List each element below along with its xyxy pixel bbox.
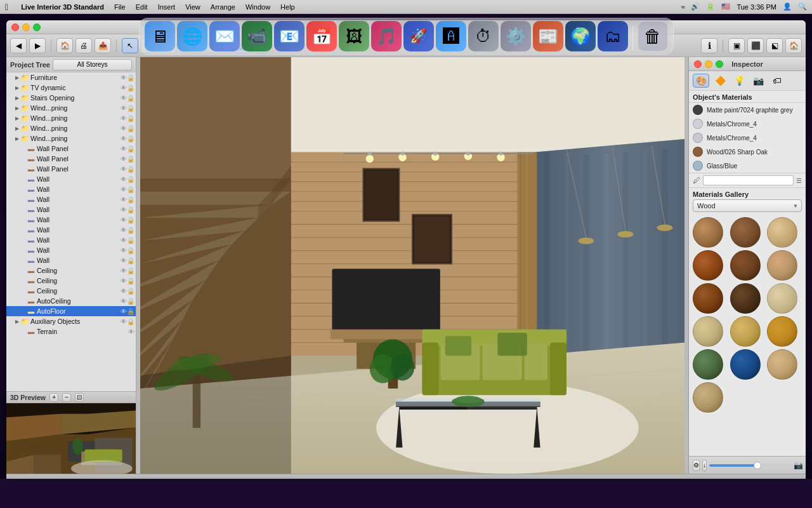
file-menu[interactable]: File [114, 3, 126, 11]
visibility-icon-autoceiling[interactable]: 👁 [121, 298, 127, 305]
lock-icon-stairs[interactable]: 🔒 [127, 95, 134, 102]
battery-icon[interactable]: 🔋 [706, 3, 715, 11]
swatch-7[interactable] [693, 283, 723, 314]
lock-icon-window4[interactable]: 🔒 [127, 135, 134, 142]
lock-icon-ceiling1[interactable]: 🔒 [127, 267, 134, 274]
wifi-icon[interactable]: ≈ [681, 3, 684, 11]
tree-item-wall4[interactable]: ▶ ▬ Wall 👁 🔒 [6, 204, 136, 215]
dock-safari[interactable]: 🌐 [177, 21, 207, 51]
settings-button[interactable]: ⚙ [693, 460, 700, 471]
tree-item-wallpanel3[interactable]: ▶ ▬ Wall Panel 👁 🔒 [6, 164, 136, 174]
visibility-icon-wall1[interactable]: 👁 [121, 176, 127, 183]
visibility-icon-window1[interactable]: 👁 [121, 105, 127, 112]
lock-icon-wall6[interactable]: 🔒 [127, 227, 134, 234]
tree-item-tv[interactable]: ▶ 📁 TV dynamic 👁 🔒 [6, 83, 136, 93]
visibility-icon-window4[interactable]: 👁 [121, 135, 127, 142]
dock-network[interactable]: 🌍 [565, 21, 596, 51]
visibility-icon-wall7[interactable]: 👁 [121, 237, 127, 244]
dock-mail[interactable]: ✉️ [209, 21, 240, 51]
visibility-icon-ceiling3[interactable]: 👁 [121, 288, 127, 295]
lock-icon-wallpanel2[interactable]: 🔒 [127, 156, 134, 163]
visibility-icon-terrain[interactable]: 👁 [128, 328, 134, 335]
visibility-icon-wall6[interactable]: 👁 [121, 227, 127, 234]
visibility-icon-ceiling1[interactable]: 👁 [121, 267, 127, 274]
material-row-5[interactable]: Glass/Blue [689, 159, 806, 173]
eyedropper-icon[interactable]: 🖊 [693, 176, 700, 185]
lock-icon-autofloor[interactable]: 🔒 [127, 308, 134, 315]
tree-item-ceiling1[interactable]: ▶ ▬ Ceiling 👁 🔒 [6, 265, 136, 276]
tree-item-furniture[interactable]: ▶ 📁 Furniture 👁 🔒 [6, 72, 136, 83]
tree-item-autoceiling[interactable]: ▶ ▬ AutoCeiling 👁 🔒 [6, 296, 136, 306]
material-row-2[interactable]: Metals/Chrome_4 [689, 117, 806, 131]
swatches-container[interactable] [689, 215, 806, 456]
swatch-4[interactable] [693, 250, 723, 281]
apple-menu-button[interactable]:  [5, 2, 8, 12]
tree-container[interactable]: ▶ 📁 Furniture 👁 🔒 ▶ 📁 TV dynamic 👁 🔒 [6, 72, 136, 391]
3d-viewport[interactable] [140, 57, 684, 474]
zoom-in-button[interactable]: + [49, 393, 58, 402]
dock-launchpad[interactable]: 🚀 [403, 21, 434, 51]
tree-item-window1[interactable]: ▶ 📁 Wind...pning 👁 🔒 [6, 103, 136, 113]
swatch-11[interactable] [730, 316, 761, 347]
volume-icon[interactable]: 🔊 [691, 3, 700, 11]
material-row-4[interactable]: Wood/026 Sharp Oak [689, 145, 806, 159]
dock-timemachine[interactable]: ⏱ [468, 21, 499, 51]
visibility-icon-wall3[interactable]: 👁 [121, 196, 127, 203]
dock-finder[interactable]: 🖥 [145, 21, 175, 51]
import-button[interactable]: ↓ [702, 460, 707, 471]
lock-icon-window1[interactable]: 🔒 [127, 105, 134, 112]
tree-item-stairs[interactable]: ▶ 📁 Stairs Opening 👁 🔒 [6, 93, 136, 103]
dock-sysprefs[interactable]: ⚙️ [501, 21, 531, 51]
help-menu[interactable]: Help [280, 3, 295, 11]
user-icon[interactable]: 👤 [783, 3, 792, 11]
tree-item-wall1[interactable]: ▶ ▬ Wall 👁 🔒 [6, 174, 136, 184]
visibility-icon-auxiliary[interactable]: 👁 [121, 318, 127, 325]
tree-item-wall3[interactable]: ▶ ▬ Wall 👁 🔒 [6, 194, 136, 204]
window-menu[interactable]: Window [246, 3, 270, 11]
arrange-menu[interactable]: Arrange [211, 3, 235, 11]
visibility-icon-wall8[interactable]: 👁 [121, 247, 127, 254]
swatch-8[interactable] [730, 283, 761, 314]
opacity-slider[interactable] [709, 464, 791, 467]
lock-icon-furniture[interactable]: 🔒 [127, 74, 134, 81]
inspector-tab-object[interactable]: 🔶 [712, 74, 728, 88]
swatch-2[interactable] [730, 217, 761, 248]
spotlight-icon[interactable]: 🔍 [798, 3, 807, 11]
tree-item-wall5[interactable]: ▶ ▬ Wall 👁 🔒 [6, 215, 136, 225]
lock-icon-window2[interactable]: 🔒 [127, 115, 134, 122]
lock-icon-tv[interactable]: 🔒 [127, 84, 134, 91]
zoom-out-button[interactable]: − [62, 393, 71, 402]
tree-item-autofloor[interactable]: ▶ ▬ AutoFloor 👁 🔒 [6, 306, 136, 316]
tree-item-window4[interactable]: ▶ 📁 Wind...pning 👁 🔒 [6, 133, 136, 144]
tree-item-terrain[interactable]: ▶ ▬ Terrain 👁 [6, 326, 136, 337]
inspector-tab-tag[interactable]: 🏷 [769, 74, 785, 88]
preview-image[interactable] [6, 403, 136, 474]
tree-item-wallpanel2[interactable]: ▶ ▬ Wall Panel 👁 🔒 [6, 154, 136, 164]
insert-menu[interactable]: Insert [158, 3, 176, 11]
lock-icon-wallpanel1[interactable]: 🔒 [127, 145, 134, 152]
swatch-1[interactable] [693, 217, 723, 248]
dock-trash[interactable]: 🗑 [638, 21, 668, 51]
visibility-icon-wall5[interactable]: 👁 [121, 217, 127, 224]
inspector-tab-materials[interactable]: 🎨 [693, 74, 709, 88]
lock-icon-wall9[interactable]: 🔒 [127, 257, 134, 264]
tree-item-wall6[interactable]: ▶ ▬ Wall 👁 🔒 [6, 225, 136, 235]
swatch-14[interactable] [730, 349, 761, 380]
swatch-5[interactable] [730, 250, 761, 281]
lock-icon-auxiliary[interactable]: 🔒 [127, 318, 134, 325]
swatch-12[interactable] [767, 316, 797, 347]
dock-news[interactable]: 📰 [533, 21, 563, 51]
swatch-9[interactable] [767, 283, 797, 314]
visibility-icon-tv[interactable]: 👁 [121, 84, 127, 91]
visibility-icon-stairs[interactable]: 👁 [121, 95, 127, 102]
swatch-13[interactable] [693, 349, 723, 380]
tree-item-wall7[interactable]: ▶ ▬ Wall 👁 🔒 [6, 235, 136, 245]
visibility-icon-ceiling2[interactable]: 👁 [121, 277, 127, 284]
visibility-icon-wall4[interactable]: 👁 [121, 206, 127, 213]
inspector-maximize-button[interactable] [716, 60, 723, 68]
zoom-fit-button[interactable]: ⊡ [75, 393, 84, 402]
visibility-icon-wallpanel3[interactable]: 👁 [121, 166, 127, 173]
view-menu[interactable]: View [185, 3, 200, 11]
material-menu-icon[interactable]: ☰ [796, 177, 802, 184]
tree-item-wall8[interactable]: ▶ ▬ Wall 👁 🔒 [6, 245, 136, 255]
